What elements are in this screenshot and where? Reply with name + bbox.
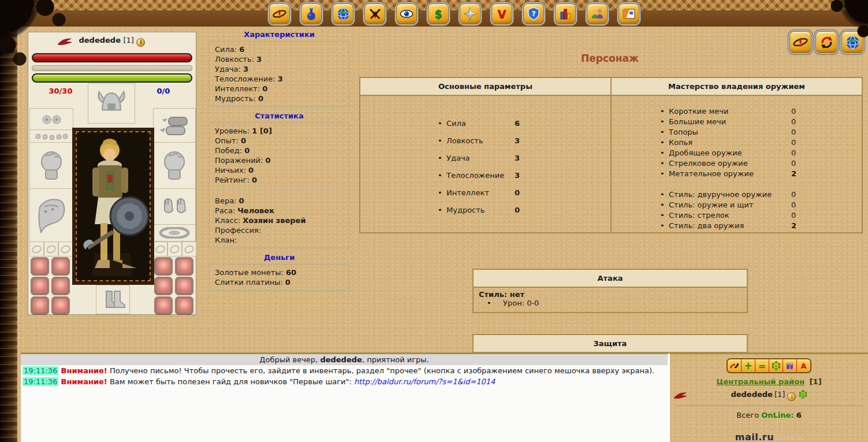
game-page: $ V ? dededed xyxy=(0,0,868,442)
slot-bracers[interactable] xyxy=(153,108,196,143)
saturn-info-icon[interactable] xyxy=(789,31,811,53)
stats-column: Характеристики Сила:6 Ловкость:3 Удача:3… xyxy=(209,29,349,295)
v-glyph: V xyxy=(498,9,506,20)
slot-armor[interactable] xyxy=(29,188,73,243)
guide-link[interactable]: http://baldur.ru/forum/?s=1&id=1014 xyxy=(354,377,495,386)
param-row: •Мудрость0 xyxy=(438,206,610,223)
message-text: Вам может быть полезен гайд для новичков… xyxy=(110,377,354,386)
parameters-table: Основные параметры •Сила6 •Ловкость3 •Уд… xyxy=(359,77,863,233)
slot-boots[interactable] xyxy=(96,285,130,314)
mastery-row: •Короткие мечи0 xyxy=(660,107,862,117)
player-level: [1] xyxy=(774,390,785,399)
location-line: Центральный район [1] xyxy=(670,377,868,386)
slot-helmet[interactable] xyxy=(88,83,135,124)
stat-line: Поражений:0 xyxy=(215,155,344,165)
stat-line: Клан: xyxy=(215,235,344,245)
slot-rune-gem[interactable] xyxy=(31,296,49,315)
main-params-body: •Сила6 •Ловкость3 •Удача3 •Телосложение3… xyxy=(360,96,610,223)
slot-rune-gem[interactable] xyxy=(51,277,70,295)
chat-mini-toolbar: + = A xyxy=(727,358,811,373)
slot-rune-gem[interactable] xyxy=(31,257,49,276)
info-coin-icon[interactable]: i xyxy=(136,38,145,47)
star-icon[interactable] xyxy=(460,3,480,24)
plus-icon[interactable]: + xyxy=(742,359,755,372)
stat-line: Удача:3 xyxy=(215,64,344,74)
param-row: •Сила6 xyxy=(438,119,610,136)
character-name: dededede [1] i xyxy=(28,36,196,47)
counter-line: mail.ru11861K xyxy=(670,432,868,442)
globe-icon xyxy=(845,35,860,50)
defense-section: Защита xyxy=(472,334,748,353)
slot-ring[interactable] xyxy=(44,242,58,257)
message-timestamp: 19:11:36 xyxy=(23,366,58,375)
slot-weapon-right-hand[interactable] xyxy=(29,142,73,190)
slot-weapon-left-hand[interactable] xyxy=(153,142,196,190)
player-name[interactable]: dededede xyxy=(731,390,773,399)
location-link[interactable]: Центральный район xyxy=(716,377,804,386)
slot-rune-gem[interactable] xyxy=(154,277,173,295)
potion-icon[interactable] xyxy=(301,3,322,24)
location-count[interactable]: [1] xyxy=(810,377,822,386)
refresh-icon[interactable] xyxy=(815,31,837,53)
stats-icon[interactable] xyxy=(555,3,576,24)
page-title: Персонаж xyxy=(359,53,860,64)
reply-arrow-icon[interactable] xyxy=(728,359,742,372)
main-toolbar: $ V ? xyxy=(269,3,639,24)
param-row: •Удача3 xyxy=(438,154,610,171)
saturn-info-icon[interactable] xyxy=(269,3,290,24)
mana-value: 0/0 xyxy=(136,87,191,95)
slot-ring[interactable] xyxy=(182,242,196,257)
slot-rune-gem[interactable] xyxy=(31,277,49,295)
characteristics-title: Характеристики xyxy=(209,29,349,39)
community-icon[interactable] xyxy=(587,3,608,24)
money-icon[interactable]: $ xyxy=(428,3,449,24)
stat-line: Слитки платины:0 xyxy=(215,277,344,287)
divider xyxy=(213,190,346,191)
eye-icon[interactable] xyxy=(396,3,417,24)
info-coin-icon[interactable]: i xyxy=(787,392,796,401)
slot-necklace[interactable] xyxy=(29,129,73,143)
slot-rune-gem[interactable] xyxy=(175,277,193,295)
mana-bar xyxy=(32,73,192,83)
slot-gloves[interactable] xyxy=(153,188,196,225)
stat-line: Ловкость:3 xyxy=(215,54,344,64)
friends-icon[interactable] xyxy=(783,359,797,372)
mailru-logo[interactable]: mail.ru xyxy=(735,432,774,442)
slot-rune-gem[interactable] xyxy=(175,257,193,276)
slot-earrings[interactable] xyxy=(29,108,73,131)
smile-flower-icon[interactable] xyxy=(769,359,783,372)
message-warning-label: Внимание! xyxy=(61,377,107,386)
chat-log: Добрый вечер, dededede, приятной игры. 1… xyxy=(21,352,668,442)
slot-ring[interactable] xyxy=(167,242,182,257)
slot-ring[interactable] xyxy=(58,242,73,257)
battle-icon[interactable] xyxy=(364,3,385,24)
character-panel: dededede [1] i 30/30 0/0 xyxy=(28,32,196,315)
slot-rune-gem[interactable] xyxy=(175,296,193,315)
album-icon[interactable] xyxy=(619,3,639,24)
slot-rune-gem[interactable] xyxy=(51,257,70,276)
hp-bar xyxy=(32,53,192,62)
stat-line: Мудрость:0 xyxy=(215,94,344,103)
slot-ring[interactable] xyxy=(153,242,167,257)
attack-damage: Урон: 0-0 xyxy=(503,299,539,307)
globe-icon[interactable] xyxy=(333,3,353,24)
v-mark-icon[interactable]: V xyxy=(491,3,512,24)
slot-rune-gem[interactable] xyxy=(51,296,70,315)
equals-icon[interactable]: = xyxy=(755,359,769,372)
saturn-info-icon xyxy=(793,35,808,50)
font-size-icon[interactable]: A xyxy=(797,359,810,372)
stat-line: Опыт:0 xyxy=(215,136,344,146)
exp-bar xyxy=(32,65,192,71)
globe-icon[interactable] xyxy=(841,31,863,53)
saturn-info-icon xyxy=(273,7,286,21)
shield-help-icon[interactable]: ? xyxy=(523,3,544,24)
param-row: •Ловкость3 xyxy=(438,136,610,154)
slot-rune-gem[interactable] xyxy=(154,257,173,276)
slot-ring[interactable] xyxy=(29,242,44,257)
slot-rune-gem[interactable] xyxy=(154,296,173,315)
param-row: •Телосложение3 xyxy=(438,171,610,188)
stat-line: Золотые монеты:60 xyxy=(215,268,344,277)
attack-body: Стиль: нет •Урон: 0-0 xyxy=(474,288,747,312)
stat-line: Класс:Хозяин зверей xyxy=(215,216,344,225)
slot-belt[interactable] xyxy=(153,224,196,242)
